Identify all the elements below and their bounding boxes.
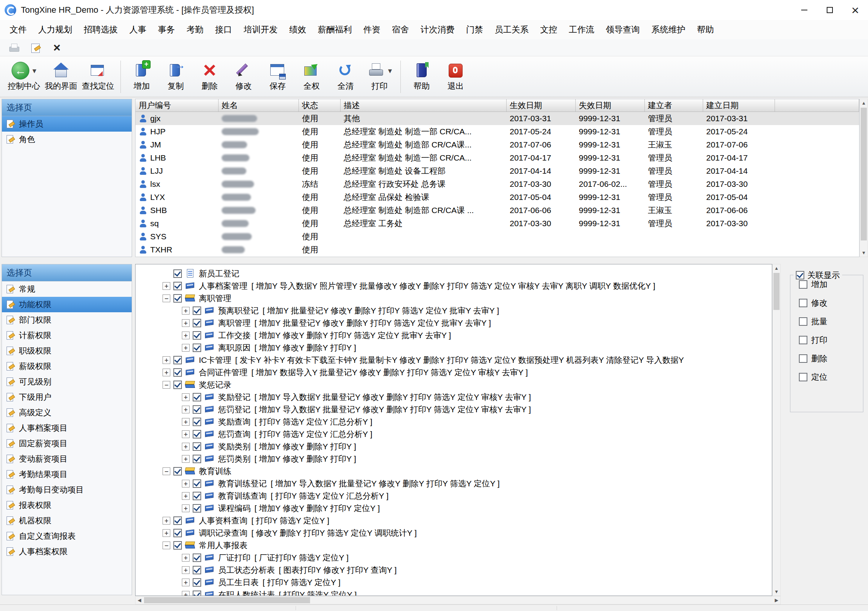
tree-item[interactable]: + 奖励类别 [ 增加Y 修改Y 删除Y 打印Y ] [136, 440, 772, 453]
tree-checkbox[interactable] [193, 344, 201, 352]
option-checkbox[interactable] [799, 354, 807, 363]
table-row[interactable]: JM 使用 总经理室 制造处 制造部 CR/CA课... 2017-07-06 … [136, 138, 859, 151]
sidebar-item[interactable]: 人事档案权限 [2, 544, 132, 559]
link-display-checkbox[interactable] [796, 271, 804, 279]
tree-item[interactable]: + 教育训练查询 [ 打印Y 筛选Y 定位Y 汇总分析Y ] [136, 490, 772, 502]
sidebar-item[interactable]: 固定薪资项目 [2, 436, 132, 451]
tree-item[interactable]: + 员工状态分析表 [ 图表打印Y 修改Y 打印Y 查询Y ] [136, 564, 772, 576]
help-button[interactable]: 帮助 [405, 60, 439, 93]
expand-toggle-icon[interactable]: + [182, 430, 190, 438]
option-checkbox[interactable] [799, 373, 807, 381]
tree-checkbox[interactable] [193, 442, 201, 451]
column-header[interactable]: 失效日期 [576, 99, 645, 112]
table-row[interactable]: LJJ 使用 总经理室 制造处 设备工程部 2017-04-14 9999-12… [136, 164, 859, 178]
tree-checkbox[interactable] [193, 430, 201, 438]
expand-toggle-icon[interactable]: + [182, 554, 190, 562]
table-vertical-scrollbar[interactable] [860, 99, 868, 257]
sidebar-item[interactable]: 功能权限 [2, 297, 132, 312]
scrollbar-thumb[interactable] [861, 108, 867, 240]
expand-toggle-icon[interactable]: − [163, 542, 170, 549]
clear-all-button[interactable]: 全清 [329, 60, 363, 93]
delete-button[interactable]: 删除 [193, 60, 227, 93]
tree-checkbox[interactable] [193, 578, 201, 587]
expand-toggle-icon[interactable]: − [163, 294, 170, 302]
minimize-button[interactable] [792, 0, 817, 20]
tree-checkbox[interactable] [193, 566, 201, 574]
tree-item[interactable]: + 离职管理 [ 增加Y 批量登记Y 修改Y 删除Y 打印Y 筛选Y 定位Y 批… [136, 317, 772, 329]
expand-toggle-icon[interactable]: + [182, 332, 190, 339]
tree-item[interactable]: 新员工登记 [136, 267, 772, 280]
expand-toggle-icon[interactable]: + [182, 418, 190, 426]
table-row[interactable]: SYS 使用 [136, 230, 859, 243]
tree-item[interactable]: + 教育训练登记 [ 增加Y 导入数据Y 批量登记Y 修改Y 删除Y 打印Y 筛… [136, 477, 772, 490]
my-interface-button[interactable]: 我的界面 [42, 60, 80, 93]
tree-checkbox[interactable] [173, 516, 182, 525]
tree-item[interactable]: + 惩罚登记 [ 增加Y 导入数据Y 批量登记Y 修改Y 删除Y 打印Y 筛选Y… [136, 403, 772, 416]
scroll-left-arrow-icon[interactable] [136, 596, 143, 604]
tree-item[interactable]: + 人事资料查询 [ 打印Y 筛选Y 定位Y ] [136, 515, 772, 527]
tree-item[interactable]: + 调职记录查询 [ 修改Y 删除Y 打印Y 筛选Y 定位Y 调职统计Y ] [136, 527, 772, 539]
close-view-icon[interactable] [52, 43, 63, 53]
tree-checkbox[interactable] [173, 529, 182, 537]
tree-item[interactable]: + 惩罚类别 [ 增加Y 修改Y 删除Y 打印Y ] [136, 453, 772, 465]
menu-item[interactable]: 门禁 [460, 20, 489, 39]
tree-vertical-scrollbar[interactable] [772, 264, 781, 596]
tree-checkbox[interactable] [193, 393, 201, 401]
expand-toggle-icon[interactable]: + [182, 480, 190, 487]
maximize-button[interactable] [817, 0, 843, 20]
menu-item[interactable]: 工作流 [563, 20, 600, 39]
table-row[interactable]: lsx 冻结 总经理室 行政安环处 总务课 2017-03-30 2017-06… [136, 178, 859, 191]
sidebar-item[interactable]: 角色 [2, 132, 132, 147]
expand-toggle-icon[interactable]: + [163, 282, 170, 290]
expand-toggle-icon[interactable]: + [163, 529, 170, 537]
tree-checkbox[interactable] [193, 306, 201, 315]
tree-item[interactable]: − 常用人事报表 [136, 539, 772, 552]
column-header[interactable]: 建立日期 [703, 99, 775, 112]
tree-item[interactable]: − 离职管理 [136, 292, 772, 305]
menu-item[interactable]: 人事 [124, 20, 152, 39]
option-checkbox[interactable] [799, 317, 807, 326]
sidebar-item[interactable]: 考勤每日变动项目 [2, 482, 132, 498]
menu-item[interactable]: 培训开发 [238, 20, 283, 39]
scroll-down-arrow-icon[interactable] [860, 249, 868, 257]
menu-item[interactable]: 宿舍 [386, 20, 415, 39]
tree-checkbox[interactable] [173, 368, 182, 377]
tree-checkbox[interactable] [193, 504, 201, 513]
expand-toggle-icon[interactable]: + [182, 492, 190, 500]
tree-checkbox[interactable] [193, 331, 201, 340]
expand-toggle-icon[interactable]: + [182, 307, 190, 315]
tree-checkbox[interactable] [173, 541, 182, 550]
add-button[interactable]: 增加 [125, 60, 159, 93]
tree-item[interactable]: + 厂证打印 [ 厂证打印Y 筛选Y 定位Y ] [136, 552, 772, 564]
menu-item[interactable]: 领导查询 [600, 20, 646, 39]
scroll-right-arrow-icon[interactable] [773, 596, 780, 604]
expand-toggle-icon[interactable]: + [182, 566, 190, 574]
sidebar-item[interactable]: 常规 [2, 281, 132, 297]
tree-checkbox[interactable] [193, 405, 201, 414]
menu-item[interactable]: 事务 [152, 20, 181, 39]
sidebar-item[interactable]: 部门权限 [2, 312, 132, 328]
expand-toggle-icon[interactable]: + [163, 369, 170, 376]
print-preview-icon[interactable] [8, 43, 20, 53]
tree-checkbox[interactable] [173, 356, 182, 364]
option-checkbox[interactable] [799, 299, 807, 307]
scrollbar-thumb[interactable] [144, 597, 310, 603]
column-header[interactable]: 建立者 [645, 99, 703, 112]
table-row[interactable]: LHB 使用 总经理室 制造处 制造一部 CR/CA... 2017-04-17… [136, 151, 859, 164]
layout-form-icon[interactable] [30, 43, 42, 53]
tree-item[interactable]: + IC卡管理 [ 发卡Y 补卡Y 有效卡下载至卡钟Y 批量制卡Y 修改Y 删除… [136, 354, 772, 366]
expand-toggle-icon[interactable]: + [182, 443, 190, 450]
tree-horizontal-scrollbar[interactable] [135, 596, 781, 604]
table-row[interactable]: gjx 使用 其他 2017-03-31 9999-12-31 管理员 2017… [136, 112, 859, 125]
menu-item[interactable]: 计次消费 [415, 20, 460, 39]
modify-button[interactable]: 修改 [227, 60, 261, 93]
expand-toggle-icon[interactable]: + [182, 406, 190, 413]
expand-toggle-icon[interactable]: + [182, 579, 190, 586]
find-locate-button[interactable]: 查找定位 [80, 60, 117, 93]
tree-checkbox[interactable] [193, 418, 201, 426]
tree-checkbox[interactable] [173, 269, 182, 278]
sidebar-item[interactable]: 计薪权限 [2, 328, 132, 343]
expand-toggle-icon[interactable]: − [163, 381, 170, 389]
tree-item[interactable]: − 奖惩记录 [136, 379, 772, 391]
tree-item[interactable]: + 离职原因 [ 增加Y 修改Y 删除Y 打印Y ] [136, 342, 772, 354]
